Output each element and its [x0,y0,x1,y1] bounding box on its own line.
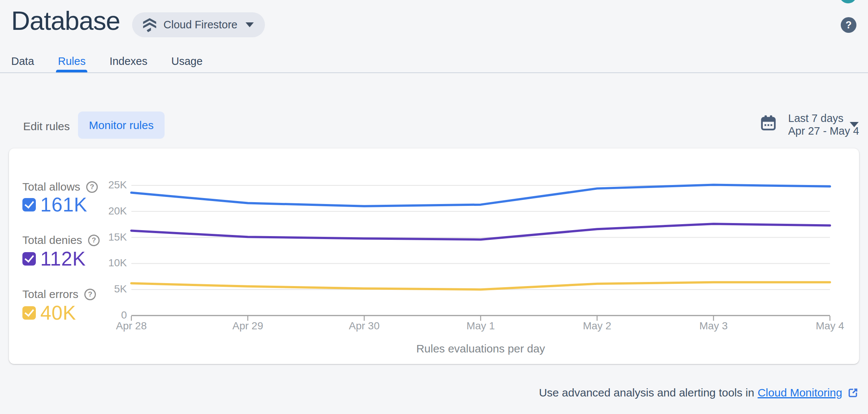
date-range-label: Last 7 days Apr 27 - May 4 [788,112,859,137]
date-range-selector[interactable]: Last 7 days Apr 27 - May 4 [758,110,861,140]
y-axis-label: 15K [86,231,127,243]
external-link-icon [842,387,859,399]
footer-note: Use advanced analysis and alerting tools… [539,386,859,399]
legend-value-denies: 112K [40,247,86,270]
tab-indexes[interactable]: Indexes [109,55,147,68]
chart-caption: Rules evaluations per day [350,342,611,355]
x-axis-label: Apr 29 [218,320,278,332]
y-axis-label: 10K [86,257,127,269]
legend-label: Total errors [22,288,78,301]
monitor-rules-toggle[interactable]: Monitor rules [78,112,165,139]
chevron-down-icon [850,122,859,127]
tab-rules[interactable]: Rules [58,55,85,68]
edit-rules-toggle[interactable]: Edit rules [23,120,70,133]
x-axis-label: May 1 [451,320,511,332]
user-avatar[interactable] [839,0,857,3]
x-axis-label: Apr 28 [102,320,161,332]
legend-checkbox-denies[interactable] [22,252,36,266]
legend-label: Total allows [22,181,80,193]
legend-value-errors: 40K [40,301,76,324]
date-range-primary: Last 7 days [788,112,859,125]
page-title: Database [11,6,120,36]
legend-checkbox-allows[interactable] [22,198,36,211]
divider [0,72,868,73]
y-axis-label: 0 [86,309,127,321]
tab-data[interactable]: Data [11,55,34,68]
y-axis-label: 5K [86,283,127,295]
product-selector[interactable]: Cloud Firestore [132,12,265,37]
firestore-icon [142,17,157,33]
y-axis-label: 20K [86,205,127,217]
x-axis-label: May 4 [800,320,860,332]
footer-text: Use advanced analysis and alerting tools… [539,386,754,399]
legend-total-errors: Total errors [22,288,96,301]
legend-checkbox-errors[interactable] [22,306,36,320]
x-axis-label: May 2 [567,320,627,332]
help-button[interactable] [841,17,856,33]
legend-value-allows: 161K [40,193,87,216]
legend-label: Total denies [22,234,82,247]
date-range-secondary: Apr 27 - May 4 [788,125,859,137]
x-axis-label: May 3 [684,320,743,332]
cloud-monitoring-link[interactable]: Cloud Monitoring [758,386,842,399]
tab-usage[interactable]: Usage [171,55,203,68]
tab-bar: Data Rules Indexes Usage [11,55,203,68]
chevron-down-icon [246,22,254,27]
x-axis-label: Apr 30 [334,320,394,332]
y-axis-label: 25K [86,179,127,191]
product-selector-label: Cloud Firestore [163,19,237,31]
